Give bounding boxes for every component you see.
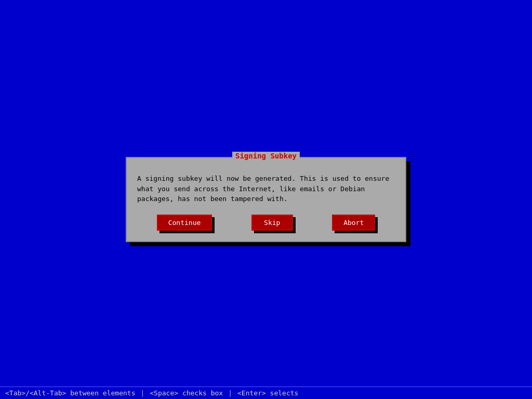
- status-hint-tab: <Tab>/<Alt-Tab> between elements: [5, 389, 135, 397]
- screen: Signing Subkey A signing subkey will now…: [0, 0, 532, 399]
- status-bar: <Tab>/<Alt-Tab> between elements | <Spac…: [0, 387, 532, 399]
- dialog: Signing Subkey A signing subkey will now…: [126, 157, 406, 242]
- abort-button[interactable]: Abort: [332, 215, 375, 231]
- dialog-wrapper: Signing Subkey A signing subkey will now…: [126, 157, 406, 242]
- abort-button-wrapper: Abort: [332, 215, 375, 231]
- button-row: Continue Skip Abort: [137, 215, 395, 231]
- status-separator-2: |: [228, 389, 232, 397]
- skip-button[interactable]: Skip: [251, 215, 293, 231]
- status-hint-enter: <Enter> selects: [237, 389, 298, 397]
- dialog-body: A signing subkey will now be generated. …: [137, 174, 395, 204]
- continue-button[interactable]: Continue: [157, 215, 212, 231]
- status-hint-space: <Space> checks box: [150, 389, 223, 397]
- dialog-title-bar: Signing Subkey: [232, 152, 300, 160]
- skip-button-wrapper: Skip: [251, 215, 293, 231]
- continue-button-wrapper: Continue: [157, 215, 212, 231]
- status-separator-1: |: [140, 389, 144, 397]
- dialog-title: Signing Subkey: [235, 152, 297, 160]
- dialog-message: A signing subkey will now be generated. …: [137, 174, 395, 204]
